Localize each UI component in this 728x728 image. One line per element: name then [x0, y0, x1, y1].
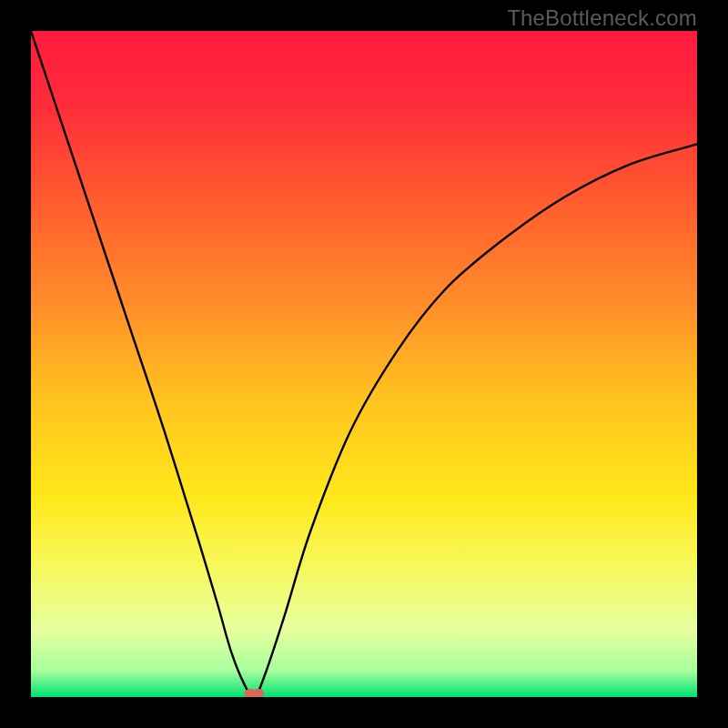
watermark-text: TheBottleneck.com: [507, 5, 697, 31]
optimum-marker: [244, 689, 264, 697]
chart-background: [31, 31, 697, 697]
bottleneck-chart: [31, 31, 697, 697]
